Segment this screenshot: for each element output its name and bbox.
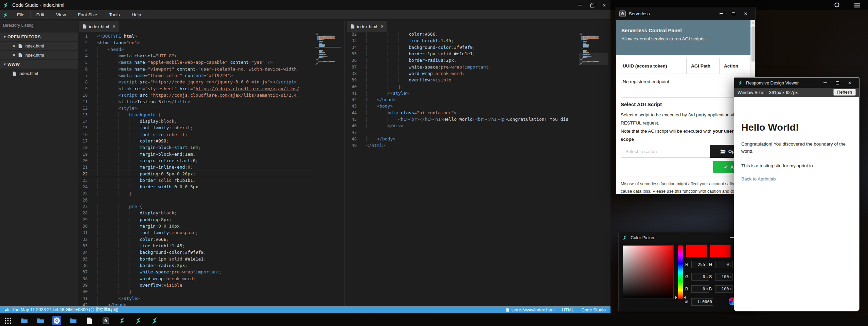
code-line-5: 5 <meta name="apple-mobile-web-app-capab… (78, 59, 315, 65)
editor-right[interactable]: 32 color:#666;33 line-height:1.45;34 bac… (347, 32, 579, 306)
maximize-button[interactable] (727, 9, 740, 18)
hue-marker-icon[interactable] (675, 296, 677, 299)
stepper-icon[interactable]: ▲▼ (706, 275, 708, 279)
close-icon[interactable]: ✕ (112, 24, 116, 29)
maximize-button[interactable] (831, 78, 844, 87)
menu-help[interactable]: Help (126, 10, 147, 19)
menu-tools[interactable]: Tools (103, 10, 126, 19)
status-language[interactable]: HTML (562, 307, 574, 312)
file-icon (83, 24, 87, 29)
code-line-9: 9 <link rel="stylesheet" href="https://c… (78, 85, 315, 92)
sidebar-file-item[interactable]: ✕index.html (0, 42, 78, 50)
menu-file[interactable]: File (11, 10, 31, 19)
sync-icon[interactable]: ⇄ (5, 307, 9, 312)
status-circle-icon[interactable] (834, 2, 840, 8)
title-bar[interactable]: Responsive Design Viewer ✕ (734, 78, 859, 88)
rgb-g-field: G0▲▼ (685, 273, 709, 281)
stepper-icon[interactable]: ▲▼ (730, 275, 732, 279)
code-line-41: 41 </style> (347, 90, 579, 96)
code-line-46: 46 </div> (347, 122, 579, 129)
stepper-icon[interactable]: ▲▼ (730, 287, 732, 291)
minimap-right[interactable] (579, 33, 608, 64)
fold-icon[interactable]: − (365, 98, 369, 101)
close-icon[interactable]: ✕ (12, 44, 15, 48)
taskbar-disc-button[interactable] (52, 316, 61, 325)
refresh-button[interactable]: Refresh (833, 89, 856, 96)
code-studio-logo-icon (738, 80, 743, 85)
hsb-b-field-input[interactable]: 100 (717, 287, 729, 291)
chevron-down-icon: ▾ (2, 35, 7, 39)
close-icon[interactable]: ✕ (12, 53, 15, 57)
taskbar-folder-button[interactable] (69, 316, 77, 325)
title-bar[interactable]: 0 Serverless ✕ (616, 7, 755, 20)
status-file[interactable]: store:/www/index.html (506, 307, 554, 312)
hex-value-input[interactable]: ff0000 (693, 300, 712, 304)
close-button[interactable]: ✕ (598, 1, 610, 9)
sidebar-section-www[interactable]: ▾WWW (0, 60, 78, 69)
title-bar[interactable]: Code Studio - index.html ✕ (0, 0, 610, 10)
close-button[interactable]: ✕ (844, 78, 856, 87)
hex-label: # (685, 300, 689, 304)
stepper-icon[interactable]: ▲▼ (706, 287, 708, 291)
hsb-h-field-input[interactable]: 0 (717, 262, 729, 267)
hamburger-menu-icon[interactable] (854, 2, 861, 8)
stepper-icon[interactable]: ▲▼ (706, 263, 708, 266)
code-studio-icon (135, 317, 142, 324)
taskbar-app-grid-button[interactable] (3, 316, 12, 325)
code-line-17: 17 color:#999; (78, 138, 315, 144)
panel-subtitle: Allow external services to run AGI scrip… (621, 36, 746, 41)
close-icon[interactable]: ✕ (380, 24, 384, 29)
window-title: Serverless (629, 11, 650, 16)
minimap-left[interactable] (315, 33, 341, 64)
sidebar-file-item[interactable]: ✕index.html (0, 51, 78, 59)
tab-label: index.html (357, 24, 377, 29)
code-line-18: 18 margin-block-start:1em; (78, 144, 315, 151)
sidebar-section-open-editors[interactable]: ▾OPEN EDITORS (0, 33, 78, 41)
scroll-up-icon[interactable]: ▲ (751, 20, 755, 25)
rgb-r-field-input[interactable]: 255 (693, 262, 705, 267)
taskbar-serverless-button[interactable]: 0 (101, 316, 110, 325)
code-line-2: 2<html lang="en"> (78, 39, 315, 46)
code-line-27: 27 pre { (78, 203, 315, 210)
file-icon (18, 44, 22, 49)
window-title: Color Picker (631, 235, 655, 240)
stepper-icon[interactable]: ▲▼ (730, 263, 732, 266)
sidebar-file-item[interactable]: index.html (0, 69, 78, 78)
folder-icon (37, 318, 44, 324)
restore-button[interactable] (586, 1, 598, 9)
code-line-7: 7 <meta name="theme-color" content="#ff9… (78, 72, 315, 79)
tab-index-html-left[interactable]: index.html ✕ (79, 21, 119, 32)
taskbar-code-studio-button[interactable] (118, 316, 126, 325)
menu-view[interactable]: View (50, 10, 72, 19)
tab-index-html-right[interactable]: index.html ✕ (347, 21, 387, 32)
table-empty-row: No registered endpoint (618, 74, 749, 89)
taskbar-folder-button[interactable] (36, 316, 45, 325)
minimize-button[interactable] (715, 9, 727, 18)
taskbar-code-studio-button[interactable] (150, 316, 159, 325)
minimize-button[interactable] (819, 78, 831, 87)
taskbar-code-studio-button[interactable] (134, 316, 143, 325)
back-link[interactable]: Back to Aprintlab (741, 176, 776, 181)
close-button[interactable]: ✕ (740, 9, 752, 18)
taskbar-document-button[interactable] (85, 316, 94, 325)
editor-left[interactable]: 1<!DOCTYPE html>2<html lang="en">3 <head… (78, 33, 315, 308)
saturation-gradient[interactable] (623, 245, 674, 299)
table-header-action: Action (719, 58, 749, 74)
scrollbar-thumb[interactable] (751, 26, 755, 62)
menu-font-size[interactable]: Font Size (72, 10, 103, 19)
menu-edit[interactable]: Edit (31, 10, 50, 19)
hue-slider[interactable] (678, 245, 683, 299)
code-line-12: 12 <style> (78, 105, 315, 111)
rgb-b-field-input[interactable]: 0 (693, 287, 705, 291)
responsive-viewer-window: Responsive Design Viewer ✕ Window Size: … (734, 77, 860, 311)
agi-location-input[interactable] (621, 145, 710, 158)
code-line-34: 34 background-color:#f9f9f9; (78, 249, 315, 255)
minimap-viewport[interactable] (579, 53, 608, 65)
rgb-g-field-input[interactable]: 0 (693, 274, 705, 279)
code-line-49: 49</html> (347, 142, 579, 149)
minimize-button[interactable] (574, 1, 586, 9)
hsb-s-field-input[interactable]: 100 (717, 274, 729, 279)
code-line-38: 38 word-wrap:break-word; (78, 275, 315, 282)
taskbar-folder-button[interactable] (20, 316, 29, 325)
gradient-cursor[interactable] (670, 247, 672, 249)
